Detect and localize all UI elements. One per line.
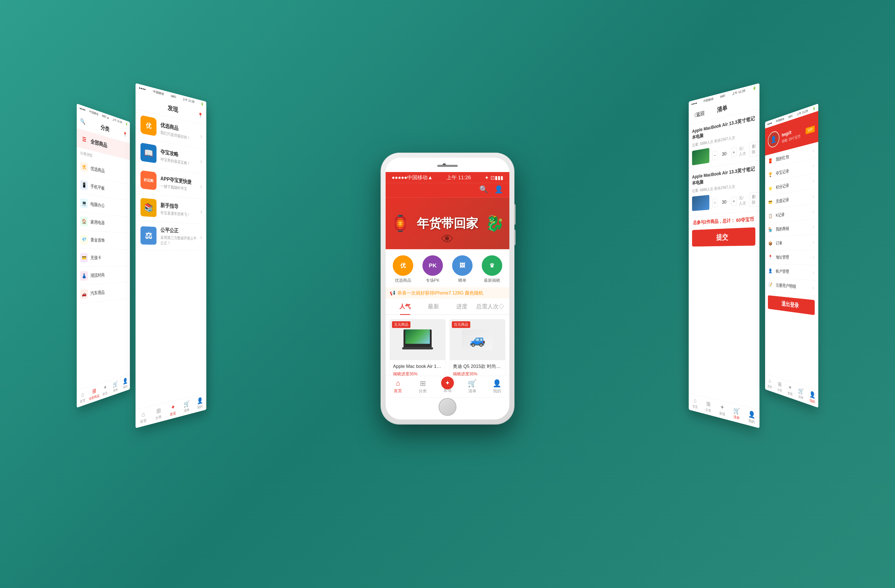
dingdan-icon: 📦 bbox=[768, 241, 774, 246]
tab-zuixin[interactable]: 最新 bbox=[419, 299, 448, 314]
chevron-youxuan: › bbox=[200, 132, 202, 141]
tab-faxian-fenlei[interactable]: ✦ 发现 bbox=[100, 380, 110, 400]
avatar: 👤 bbox=[768, 130, 780, 149]
product-img-macbook: 五元商品 bbox=[390, 319, 445, 360]
tab-home-fenlei[interactable]: ⌂ 首页 bbox=[77, 387, 88, 408]
chevron-dingdan: › bbox=[813, 239, 814, 245]
tab-home-faxian[interactable]: ⌂ 首页 bbox=[135, 406, 151, 428]
bt-icon: ✦ ⊡ bbox=[485, 174, 495, 180]
chevron-zhanghu: › bbox=[813, 270, 814, 276]
tab-fenlei-center[interactable]: ⊞ 分类 bbox=[410, 376, 435, 397]
tab-jindu[interactable]: 进度 bbox=[448, 299, 476, 314]
qingdan-product-row-2: − 30 + 元/人次 删除 bbox=[692, 190, 755, 211]
search-icon-center[interactable]: 🔍 bbox=[479, 185, 488, 194]
user-icon-center[interactable]: 👤 bbox=[494, 185, 503, 194]
tab-faxian-qingdan[interactable]: ✦ 发现 bbox=[715, 399, 729, 420]
notice-bar: 📢 恭喜一次就好获得iPhone7 128G 颜色随机 bbox=[385, 287, 510, 299]
tab-qingdan-active[interactable]: 🛒 清单 bbox=[729, 403, 744, 424]
center-status-bar: ●●●●● 中国移动 ▲ 上午 11:26 ✦ ⊡ ▮▮▮ bbox=[385, 172, 510, 183]
location-icon-faxian[interactable]: 📍 bbox=[198, 112, 203, 119]
zhanghu-icon: 👤 bbox=[768, 268, 774, 274]
faxian-item-fair[interactable]: ⚖ 公平公正 采用第三方数据开奖公平公正！ › bbox=[135, 221, 206, 250]
banner-title: 年货带回家 bbox=[417, 215, 478, 232]
tab-renqi[interactable]: 人气 bbox=[391, 299, 419, 314]
qty-plus-1[interactable]: + bbox=[731, 147, 736, 157]
tab-qingdan-fenlei[interactable]: 🛒 清单 bbox=[110, 377, 120, 396]
quick-youxuan[interactable]: 优 优选商品 bbox=[393, 255, 413, 283]
qty-num-1: 30 bbox=[720, 150, 729, 158]
chongzhi-icon: 💳 bbox=[768, 199, 774, 205]
tab-qingdan-personal[interactable]: 🛒 清单 bbox=[795, 383, 807, 404]
search-icon-fenlei[interactable]: 🔍 bbox=[80, 118, 85, 125]
tab-wode-center[interactable]: 👤 我的 bbox=[485, 376, 510, 397]
list-item-huangjin[interactable]: 💎 黄金首饰 bbox=[77, 230, 130, 250]
jifen-icon: ⭐ bbox=[768, 185, 774, 191]
chevron-duobao: › bbox=[813, 162, 814, 169]
tab-qingdan-center[interactable]: 🛒 清单 bbox=[460, 376, 485, 397]
quick-pk[interactable]: PK 专场PK bbox=[422, 255, 443, 283]
tab-total[interactable]: 总需人次◇ bbox=[476, 299, 504, 314]
list-item-chongzhi[interactable]: 💳 充值卡 bbox=[77, 249, 130, 267]
location-icon[interactable]: 📍 bbox=[123, 131, 127, 138]
qty-minus-2[interactable]: − bbox=[712, 199, 717, 207]
chevron-app: › bbox=[200, 182, 202, 191]
panel-faxian: ●●●● 中国移动 WiFi 上午 11:26 🔋 发现 📍 优 优选商品 我们… bbox=[135, 83, 206, 428]
badge-macbook: 五元商品 bbox=[392, 321, 410, 328]
duobao-icon: 🏆 bbox=[768, 171, 774, 178]
tab-wode-active[interactable]: 👤 我的 bbox=[807, 387, 818, 408]
tab-faxian-active[interactable]: ✦ 发现 bbox=[166, 399, 180, 420]
side-btn-volume bbox=[514, 204, 516, 225]
bottom-tabs-center: ⌂ 首页 ⊞ 分类 ✦ 发现 🛒 清单 bbox=[385, 376, 510, 397]
product-name-macbook: Apple Mac book Air 13英寸… bbox=[393, 363, 442, 370]
qty-control-1: − 30 + 元/人次 删除 bbox=[712, 141, 760, 162]
list-item-qiche[interactable]: 🚗 汽车用品 bbox=[77, 282, 130, 304]
banner-deco-right: 🐉 bbox=[485, 214, 504, 232]
hongbao-icon: 🧧 bbox=[768, 158, 774, 164]
tab-wode-fenlei[interactable]: 👤 我的 bbox=[120, 374, 130, 393]
chevron-zhuce: › bbox=[813, 285, 814, 291]
panel-fenlei: ●●●● 中国移动 WiFi ▲ 上午 11:26 🔋 🔍 分类 📍 ☰ 全部商… bbox=[77, 103, 130, 408]
page-title-fenlei: 分类 bbox=[100, 123, 109, 133]
tab-wode-qingdan[interactable]: 👤 我的 bbox=[744, 406, 760, 428]
wifi-icon-center: ▲ bbox=[428, 174, 433, 180]
tab-fenlei-personal[interactable]: ⊞ 分类 bbox=[775, 377, 784, 396]
tab-home-personal[interactable]: ⌂ 首页 bbox=[765, 374, 775, 393]
chevron-hongbao: › bbox=[813, 147, 814, 154]
menu-dingdan[interactable]: 📦 订单 › bbox=[765, 235, 818, 250]
tab-wode-faxian[interactable]: 👤 我的 bbox=[193, 393, 206, 413]
quick-shaidan[interactable]: 🖼 晒单 bbox=[452, 255, 473, 283]
tab-home-qingdan[interactable]: ⌂ 首页 bbox=[689, 393, 701, 413]
quick-zuixin[interactable]: ♛ 最新揭晓 bbox=[482, 255, 502, 283]
qty-minus-1[interactable]: − bbox=[712, 151, 717, 160]
tab-qingdan-faxian[interactable]: 🛒 清单 bbox=[180, 396, 193, 417]
side-btn-power bbox=[514, 230, 516, 245]
chevron-jifen: › bbox=[813, 178, 814, 184]
menu-dizhi[interactable]: 📍 地址管理 › bbox=[765, 250, 818, 265]
qingdan-product-img-2 bbox=[692, 195, 709, 211]
tab-home-center[interactable]: ⌂ 首页 bbox=[385, 376, 410, 397]
phone-screen: ●●●●● 中国移动 ▲ 上午 11:26 ✦ ⊡ ▮▮▮ 🔍 👤 bbox=[385, 158, 510, 420]
megaphone-icon: 📢 bbox=[390, 290, 395, 296]
app-header-icons: 🔍 👤 bbox=[385, 183, 510, 198]
tab-fenlei-qingdan[interactable]: ⊞ 分类 bbox=[702, 396, 715, 417]
time-center: 上午 11:26 bbox=[433, 174, 485, 181]
dk-icon: 📋 bbox=[768, 213, 774, 218]
delete-btn-2[interactable]: 删除 bbox=[749, 192, 760, 207]
home-button[interactable] bbox=[438, 398, 457, 416]
carrier-center: 中国移动 bbox=[407, 174, 428, 181]
dizhi-icon: 📍 bbox=[768, 255, 774, 260]
tab-faxian-personal[interactable]: ✦ 发现 bbox=[785, 380, 795, 400]
logout-btn[interactable]: 退出登录 bbox=[768, 295, 815, 315]
submit-btn[interactable]: 提交 bbox=[692, 227, 755, 247]
tab-fenlei-faxian[interactable]: ⊞ 分类 bbox=[151, 403, 166, 424]
back-btn-qingdan[interactable]: 〈返回 bbox=[692, 110, 704, 120]
main-banner: 🏮 年货带回家 🐉 👁 bbox=[385, 198, 510, 249]
qingdan-product-controls-2: − 30 + 元/人次 删除 bbox=[712, 190, 760, 210]
delete-btn-1[interactable]: 删除 bbox=[749, 141, 760, 157]
tab-fenlei-active[interactable]: ⊞ 全部商品 bbox=[88, 383, 100, 404]
tab-faxian-center[interactable]: ✦ 发现 bbox=[435, 376, 460, 397]
menu-zhuce[interactable]: 📝 注册用户明细 › bbox=[765, 277, 818, 296]
qty-control-2: − 30 + 元/人次 删除 bbox=[712, 192, 760, 210]
qty-plus-2[interactable]: + bbox=[731, 197, 736, 206]
chevron-woshang: › bbox=[813, 224, 814, 230]
